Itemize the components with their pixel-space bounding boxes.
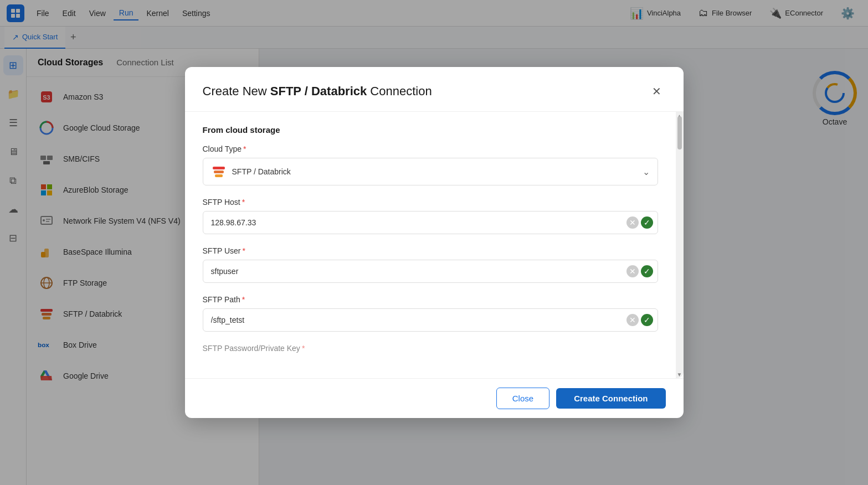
clear-path-button[interactable]: ✕ <box>626 314 639 326</box>
sftp-path-input-wrapper: ✕ ✓ <box>203 308 658 332</box>
sftp-host-group: SFTP Host * ✕ ✓ <box>203 198 658 234</box>
scroll-down-button[interactable]: ▼ <box>676 370 684 378</box>
sftp-host-input-wrapper: ✕ ✓ <box>203 211 658 234</box>
modal-title: Create New SFTP / Databrick Connection <box>203 84 432 99</box>
form-section-title: From cloud storage <box>203 125 658 135</box>
cloud-type-group: Cloud Type * SFTP / Databrick ⌄ <box>203 145 658 185</box>
sftp-host-actions: ✕ ✓ <box>626 216 658 229</box>
cloud-type-label: Cloud Type * <box>203 145 658 153</box>
confirm-path-button[interactable]: ✓ <box>641 314 653 326</box>
modal-close-button[interactable]: ✕ <box>648 82 666 100</box>
clear-host-button[interactable]: ✕ <box>626 216 639 229</box>
sftp-select-icon <box>211 164 227 179</box>
confirm-user-button[interactable]: ✓ <box>641 265 653 277</box>
sftp-path-group: SFTP Path * ✕ ✓ <box>203 295 658 332</box>
modal-title-normal: Create New <box>203 84 267 98</box>
required-star: * <box>243 145 246 153</box>
required-star-path: * <box>242 295 245 304</box>
modal-footer: Close Create Connection <box>185 378 684 418</box>
required-star-host: * <box>242 198 245 207</box>
sftp-user-actions: ✕ ✓ <box>626 265 658 277</box>
modal-form-area: From cloud storage Cloud Type * <box>185 112 676 378</box>
sftp-user-input[interactable] <box>203 260 626 282</box>
modal-body: From cloud storage Cloud Type * <box>185 112 684 378</box>
dropdown-arrow-icon: ⌄ <box>643 167 650 177</box>
close-modal-button[interactable]: Close <box>496 388 549 409</box>
sftp-host-label: SFTP Host * <box>203 198 658 207</box>
cloud-type-value: SFTP / Databrick <box>232 167 643 176</box>
sftp-password-label: SFTP Password/Private Key * <box>203 344 658 353</box>
confirm-host-button[interactable]: ✓ <box>641 216 653 229</box>
required-star-pw: * <box>302 344 305 353</box>
sftp-user-label: SFTP User * <box>203 246 658 255</box>
scroll-thumb[interactable] <box>677 116 682 149</box>
sftp-user-input-wrapper: ✕ ✓ <box>203 260 658 283</box>
required-star-user: * <box>242 246 245 255</box>
sftp-password-group: SFTP Password/Private Key * <box>203 344 658 353</box>
sftp-user-group: SFTP User * ✕ ✓ <box>203 246 658 283</box>
sftp-host-input[interactable] <box>203 211 626 234</box>
modal-header: Create New SFTP / Databrick Connection ✕ <box>185 67 684 112</box>
modal: Create New SFTP / Databrick Connection ✕… <box>185 67 684 418</box>
modal-title-bold: SFTP / Databrick <box>270 84 367 98</box>
create-connection-button[interactable]: Create Connection <box>556 388 665 409</box>
modal-title-suffix: Connection <box>370 84 432 98</box>
sftp-path-actions: ✕ ✓ <box>626 314 658 326</box>
modal-overlay: Create New SFTP / Databrick Connection ✕… <box>0 0 868 485</box>
cloud-type-select[interactable]: SFTP / Databrick ⌄ <box>203 158 658 185</box>
clear-user-button[interactable]: ✕ <box>626 265 639 277</box>
modal-scrollbar: ▲ ▼ <box>676 112 684 378</box>
sftp-path-input[interactable] <box>203 309 626 331</box>
sftp-path-label: SFTP Path * <box>203 295 658 304</box>
